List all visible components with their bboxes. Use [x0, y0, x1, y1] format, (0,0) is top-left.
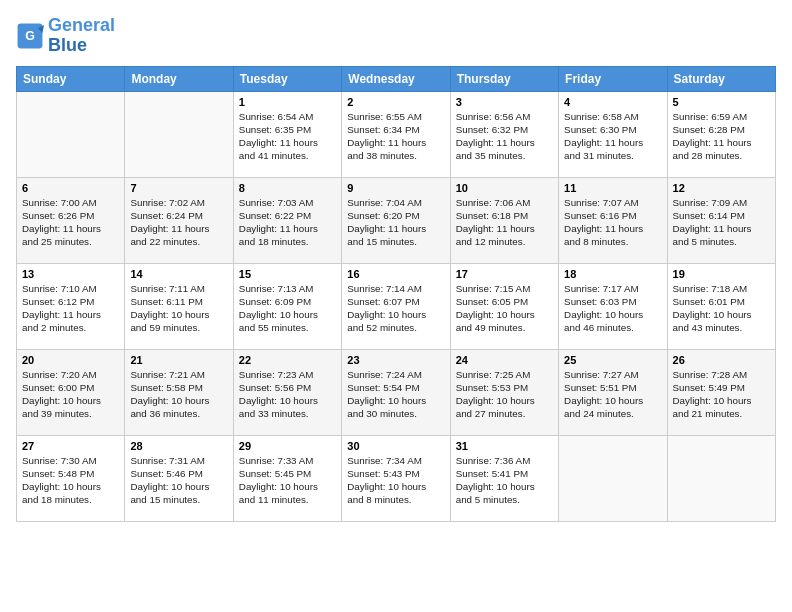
day-number: 4	[564, 96, 661, 108]
calendar-cell: 8Sunrise: 7:03 AMSunset: 6:22 PMDaylight…	[233, 177, 341, 263]
calendar-cell: 28Sunrise: 7:31 AMSunset: 5:46 PMDayligh…	[125, 435, 233, 521]
day-number: 16	[347, 268, 444, 280]
calendar-cell: 12Sunrise: 7:09 AMSunset: 6:14 PMDayligh…	[667, 177, 775, 263]
calendar-week-row: 6Sunrise: 7:00 AMSunset: 6:26 PMDaylight…	[17, 177, 776, 263]
calendar-cell: 21Sunrise: 7:21 AMSunset: 5:58 PMDayligh…	[125, 349, 233, 435]
calendar-cell: 16Sunrise: 7:14 AMSunset: 6:07 PMDayligh…	[342, 263, 450, 349]
day-content: Sunrise: 7:23 AMSunset: 5:56 PMDaylight:…	[239, 368, 336, 421]
day-number: 13	[22, 268, 119, 280]
day-content: Sunrise: 7:13 AMSunset: 6:09 PMDaylight:…	[239, 282, 336, 335]
day-number: 19	[673, 268, 770, 280]
day-number: 12	[673, 182, 770, 194]
day-content: Sunrise: 7:04 AMSunset: 6:20 PMDaylight:…	[347, 196, 444, 249]
day-number: 17	[456, 268, 553, 280]
day-content: Sunrise: 7:30 AMSunset: 5:48 PMDaylight:…	[22, 454, 119, 507]
calendar-cell: 27Sunrise: 7:30 AMSunset: 5:48 PMDayligh…	[17, 435, 125, 521]
day-number: 18	[564, 268, 661, 280]
day-content: Sunrise: 7:18 AMSunset: 6:01 PMDaylight:…	[673, 282, 770, 335]
svg-text:G: G	[25, 29, 35, 43]
weekday-header-row: SundayMondayTuesdayWednesdayThursdayFrid…	[17, 66, 776, 91]
day-content: Sunrise: 7:17 AMSunset: 6:03 PMDaylight:…	[564, 282, 661, 335]
weekday-header: Thursday	[450, 66, 558, 91]
day-number: 1	[239, 96, 336, 108]
day-number: 26	[673, 354, 770, 366]
calendar-week-row: 13Sunrise: 7:10 AMSunset: 6:12 PMDayligh…	[17, 263, 776, 349]
day-content: Sunrise: 7:27 AMSunset: 5:51 PMDaylight:…	[564, 368, 661, 421]
day-content: Sunrise: 7:00 AMSunset: 6:26 PMDaylight:…	[22, 196, 119, 249]
calendar-cell: 1Sunrise: 6:54 AMSunset: 6:35 PMDaylight…	[233, 91, 341, 177]
day-content: Sunrise: 7:36 AMSunset: 5:41 PMDaylight:…	[456, 454, 553, 507]
calendar-cell: 31Sunrise: 7:36 AMSunset: 5:41 PMDayligh…	[450, 435, 558, 521]
weekday-header: Sunday	[17, 66, 125, 91]
day-number: 30	[347, 440, 444, 452]
weekday-header: Friday	[559, 66, 667, 91]
day-number: 25	[564, 354, 661, 366]
day-number: 21	[130, 354, 227, 366]
day-number: 5	[673, 96, 770, 108]
day-content: Sunrise: 7:31 AMSunset: 5:46 PMDaylight:…	[130, 454, 227, 507]
day-number: 8	[239, 182, 336, 194]
calendar-cell: 22Sunrise: 7:23 AMSunset: 5:56 PMDayligh…	[233, 349, 341, 435]
calendar-cell: 5Sunrise: 6:59 AMSunset: 6:28 PMDaylight…	[667, 91, 775, 177]
calendar-cell: 26Sunrise: 7:28 AMSunset: 5:49 PMDayligh…	[667, 349, 775, 435]
calendar-cell: 29Sunrise: 7:33 AMSunset: 5:45 PMDayligh…	[233, 435, 341, 521]
calendar-cell: 24Sunrise: 7:25 AMSunset: 5:53 PMDayligh…	[450, 349, 558, 435]
calendar-cell: 18Sunrise: 7:17 AMSunset: 6:03 PMDayligh…	[559, 263, 667, 349]
weekday-header: Tuesday	[233, 66, 341, 91]
day-number: 6	[22, 182, 119, 194]
day-content: Sunrise: 6:55 AMSunset: 6:34 PMDaylight:…	[347, 110, 444, 163]
calendar-cell: 9Sunrise: 7:04 AMSunset: 6:20 PMDaylight…	[342, 177, 450, 263]
calendar-cell: 11Sunrise: 7:07 AMSunset: 6:16 PMDayligh…	[559, 177, 667, 263]
day-number: 2	[347, 96, 444, 108]
day-content: Sunrise: 6:59 AMSunset: 6:28 PMDaylight:…	[673, 110, 770, 163]
calendar-cell: 7Sunrise: 7:02 AMSunset: 6:24 PMDaylight…	[125, 177, 233, 263]
day-number: 11	[564, 182, 661, 194]
day-number: 29	[239, 440, 336, 452]
day-content: Sunrise: 7:11 AMSunset: 6:11 PMDaylight:…	[130, 282, 227, 335]
day-number: 10	[456, 182, 553, 194]
logo-text: GeneralBlue	[48, 16, 115, 56]
day-content: Sunrise: 7:07 AMSunset: 6:16 PMDaylight:…	[564, 196, 661, 249]
logo: G GeneralBlue	[16, 16, 115, 56]
day-number: 27	[22, 440, 119, 452]
day-content: Sunrise: 7:25 AMSunset: 5:53 PMDaylight:…	[456, 368, 553, 421]
calendar-cell	[125, 91, 233, 177]
day-number: 15	[239, 268, 336, 280]
calendar-cell: 30Sunrise: 7:34 AMSunset: 5:43 PMDayligh…	[342, 435, 450, 521]
calendar-cell: 17Sunrise: 7:15 AMSunset: 6:05 PMDayligh…	[450, 263, 558, 349]
calendar-week-row: 20Sunrise: 7:20 AMSunset: 6:00 PMDayligh…	[17, 349, 776, 435]
day-content: Sunrise: 7:03 AMSunset: 6:22 PMDaylight:…	[239, 196, 336, 249]
day-content: Sunrise: 6:54 AMSunset: 6:35 PMDaylight:…	[239, 110, 336, 163]
weekday-header: Wednesday	[342, 66, 450, 91]
day-number: 7	[130, 182, 227, 194]
calendar-cell: 19Sunrise: 7:18 AMSunset: 6:01 PMDayligh…	[667, 263, 775, 349]
calendar-cell: 20Sunrise: 7:20 AMSunset: 6:00 PMDayligh…	[17, 349, 125, 435]
day-number: 9	[347, 182, 444, 194]
day-number: 28	[130, 440, 227, 452]
logo-icon: G	[16, 22, 44, 50]
calendar-cell	[17, 91, 125, 177]
page-header: G GeneralBlue	[16, 16, 776, 56]
day-number: 23	[347, 354, 444, 366]
calendar-cell: 3Sunrise: 6:56 AMSunset: 6:32 PMDaylight…	[450, 91, 558, 177]
calendar-cell: 14Sunrise: 7:11 AMSunset: 6:11 PMDayligh…	[125, 263, 233, 349]
weekday-header: Saturday	[667, 66, 775, 91]
calendar-cell: 25Sunrise: 7:27 AMSunset: 5:51 PMDayligh…	[559, 349, 667, 435]
day-number: 31	[456, 440, 553, 452]
calendar-cell: 2Sunrise: 6:55 AMSunset: 6:34 PMDaylight…	[342, 91, 450, 177]
day-content: Sunrise: 7:09 AMSunset: 6:14 PMDaylight:…	[673, 196, 770, 249]
day-content: Sunrise: 6:56 AMSunset: 6:32 PMDaylight:…	[456, 110, 553, 163]
day-number: 20	[22, 354, 119, 366]
day-content: Sunrise: 7:34 AMSunset: 5:43 PMDaylight:…	[347, 454, 444, 507]
day-content: Sunrise: 7:21 AMSunset: 5:58 PMDaylight:…	[130, 368, 227, 421]
day-content: Sunrise: 7:20 AMSunset: 6:00 PMDaylight:…	[22, 368, 119, 421]
calendar-cell	[667, 435, 775, 521]
calendar-cell: 10Sunrise: 7:06 AMSunset: 6:18 PMDayligh…	[450, 177, 558, 263]
day-number: 24	[456, 354, 553, 366]
day-content: Sunrise: 7:06 AMSunset: 6:18 PMDaylight:…	[456, 196, 553, 249]
calendar-table: SundayMondayTuesdayWednesdayThursdayFrid…	[16, 66, 776, 522]
day-content: Sunrise: 7:14 AMSunset: 6:07 PMDaylight:…	[347, 282, 444, 335]
calendar-week-row: 1Sunrise: 6:54 AMSunset: 6:35 PMDaylight…	[17, 91, 776, 177]
day-content: Sunrise: 7:28 AMSunset: 5:49 PMDaylight:…	[673, 368, 770, 421]
day-content: Sunrise: 7:10 AMSunset: 6:12 PMDaylight:…	[22, 282, 119, 335]
